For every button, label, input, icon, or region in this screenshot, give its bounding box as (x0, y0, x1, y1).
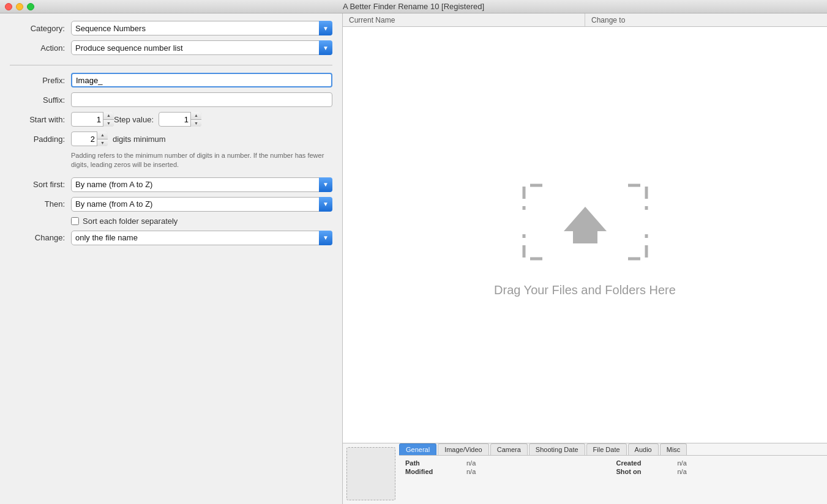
padding-help-text: Padding refers to the minimum number of … (71, 151, 332, 170)
sort-first-select[interactable]: By name (from A to Z) (71, 177, 332, 192)
action-select-wrap: Produce sequence number list ▼ (71, 40, 332, 55)
prefix-label: Prefix: (10, 76, 65, 85)
current-name-header: Current Name (343, 13, 585, 26)
tab-camera[interactable]: Camera (490, 443, 528, 455)
sort-folder-label: Sort each folder separately (83, 217, 178, 226)
sort-folder-checkbox[interactable] (71, 217, 79, 225)
maximize-button[interactable] (27, 3, 34, 10)
info-tabs: General Image/Video Camera Shooting Date… (399, 443, 827, 456)
tab-image-video[interactable]: Image/Video (438, 443, 489, 455)
info-content: Path n/a Created n/a Modified n/a Shot o… (399, 456, 827, 479)
window-controls[interactable] (5, 3, 34, 10)
main-container: Category: Sequence Numbers ▼ Action: Pro… (0, 13, 827, 504)
padding-label: Padding: (10, 135, 65, 144)
info-shot-key: Shot on (616, 468, 672, 475)
change-select[interactable]: only the file name (71, 231, 332, 245)
step-value-label: Step value: (114, 115, 154, 124)
tab-misc[interactable]: Misc (660, 443, 687, 455)
bottom-panel: General Image/Video Camera Shooting Date… (343, 443, 827, 504)
padding-up[interactable]: ▲ (97, 132, 108, 139)
change-select-wrap: only the file name ▼ (71, 231, 332, 245)
suffix-row: Suffix: (10, 92, 332, 107)
tab-general[interactable]: General (399, 443, 436, 455)
start-with-up[interactable]: ▲ (103, 112, 114, 120)
then-label: Then: (10, 199, 65, 209)
drop-zone-icon (518, 173, 653, 271)
start-with-down[interactable]: ▼ (103, 120, 114, 127)
then-select[interactable]: By name (from A to Z) (71, 197, 332, 212)
padding-wrap: ▲ ▼ (71, 132, 108, 146)
change-to-header: Change to (585, 13, 827, 26)
info-shot-val: n/a (678, 468, 821, 475)
info-created-key: Created (616, 459, 672, 467)
digits-label: digits minimum (113, 135, 166, 144)
category-select[interactable]: Sequence Numbers (71, 21, 332, 35)
info-path-key: Path (405, 459, 460, 467)
tab-shooting-date[interactable]: Shooting Date (529, 443, 585, 455)
info-path-val: n/a (466, 459, 610, 467)
suffix-input[interactable] (71, 92, 332, 107)
table-header: Current Name Change to (343, 13, 827, 27)
tab-audio[interactable]: Audio (628, 443, 659, 455)
start-with-label: Start with: (10, 115, 65, 124)
drop-zone[interactable]: Drag Your Files and Folders Here (343, 27, 827, 443)
action-select[interactable]: Produce sequence number list (71, 40, 332, 55)
step-value-wrap: ▲ ▼ (159, 112, 201, 127)
info-modified-val: n/a (466, 468, 610, 475)
sort-first-select-wrap: By name (from A to Z) ▼ (71, 177, 332, 192)
right-panel: Current Name Change to Drag Your Files a… (343, 13, 827, 504)
title-bar: A Better Finder Rename 10 [Registered] (0, 0, 827, 13)
padding-row: Padding: ▲ ▼ digits minimum (10, 132, 332, 146)
then-row: Then: By name (from A to Z) ▼ (10, 197, 332, 212)
info-modified-key: Modified (405, 468, 460, 475)
suffix-label: Suffix: (10, 95, 65, 105)
minimize-button[interactable] (16, 3, 23, 10)
start-with-wrap: ▲ ▼ (71, 112, 114, 127)
prefix-input[interactable] (71, 73, 332, 87)
info-tabs-area: General Image/Video Camera Shooting Date… (399, 443, 827, 504)
category-row: Category: Sequence Numbers ▼ (10, 21, 332, 35)
left-panel: Category: Sequence Numbers ▼ Action: Pro… (0, 13, 343, 504)
action-label: Action: (10, 43, 65, 53)
tab-file-date[interactable]: File Date (586, 443, 627, 455)
then-select-wrap: By name (from A to Z) ▼ (71, 197, 332, 212)
step-value-up[interactable]: ▲ (191, 112, 201, 120)
info-created-val: n/a (678, 459, 821, 467)
change-row: Change: only the file name ▼ (10, 231, 332, 245)
svg-marker-0 (564, 207, 607, 243)
divider-1 (10, 65, 332, 65)
padding-controls: ▲ ▼ digits minimum (71, 132, 166, 146)
padding-stepper[interactable]: ▲ ▼ (97, 132, 108, 146)
action-row: Action: Produce sequence number list ▼ (10, 40, 332, 55)
sort-first-row: Sort first: By name (from A to Z) ▼ (10, 177, 332, 192)
category-select-wrap: Sequence Numbers ▼ (71, 21, 332, 35)
preview-thumbnail (346, 447, 395, 500)
window-title: A Better Finder Rename 10 [Registered] (343, 2, 484, 11)
prefix-row: Prefix: (10, 73, 332, 87)
sort-first-label: Sort first: (10, 180, 65, 189)
step-value-row: Step value: ▲ ▼ (114, 112, 332, 127)
start-step-row: Start with: ▲ ▼ Step value: ▲ ▼ (10, 112, 332, 127)
drop-zone-text: Drag Your Files and Folders Here (494, 283, 676, 297)
start-with-stepper[interactable]: ▲ ▼ (103, 112, 114, 127)
category-label: Category: (10, 24, 65, 33)
close-button[interactable] (5, 3, 12, 10)
sort-folder-row: Sort each folder separately (71, 217, 332, 226)
padding-down[interactable]: ▼ (97, 139, 108, 147)
change-label: Change: (10, 233, 65, 242)
step-value-stepper[interactable]: ▲ ▼ (190, 112, 201, 127)
step-value-down[interactable]: ▼ (191, 120, 201, 127)
